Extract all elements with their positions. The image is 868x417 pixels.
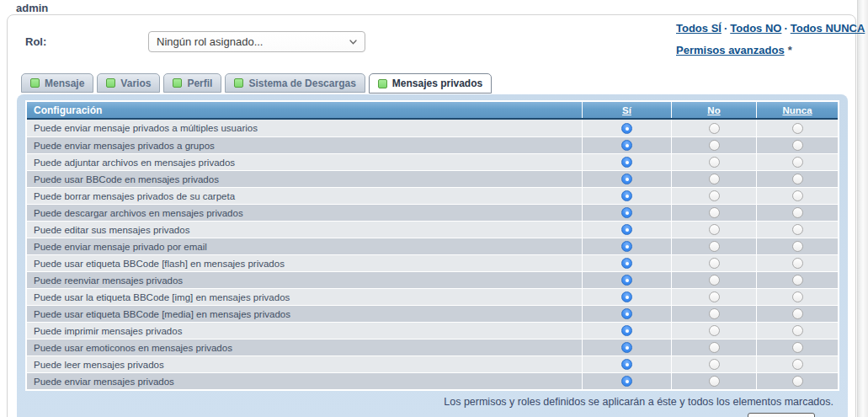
permission-label: Puede enviar mensaje privados a múltiple… (27, 120, 582, 136)
radio-cell-no (671, 222, 756, 238)
radio-never[interactable] (792, 157, 803, 168)
radio-cell-never (756, 188, 838, 204)
radio-never[interactable] (792, 376, 803, 387)
advanced-permissions-link[interactable]: Permisos avanzados (676, 44, 785, 56)
radio-yes[interactable] (621, 174, 632, 184)
radio-never[interactable] (792, 258, 803, 269)
radio-yes[interactable] (621, 258, 632, 269)
radio-yes[interactable] (621, 123, 632, 134)
radio-yes[interactable] (621, 190, 632, 201)
radio-cell-no (671, 272, 756, 288)
radio-no[interactable] (709, 140, 720, 151)
radio-never[interactable] (792, 359, 803, 370)
permission-label: Puede leer mensajes privados (27, 356, 582, 372)
radio-cell-yes (582, 306, 671, 322)
tab-mensaje[interactable]: Mensaje (21, 73, 93, 93)
column-never-link[interactable]: Nunca (782, 105, 812, 115)
radio-no[interactable] (709, 157, 720, 168)
radio-cell-no (671, 356, 756, 372)
radio-never[interactable] (792, 207, 803, 218)
radio-never[interactable] (792, 241, 803, 252)
radio-never[interactable] (792, 123, 803, 134)
permission-label: Puede usar la etiqueta BBCode [img] en m… (27, 289, 582, 305)
radio-never[interactable] (792, 291, 803, 302)
radio-yes[interactable] (621, 308, 632, 319)
radio-no[interactable] (709, 308, 720, 319)
radio-cell-never (756, 137, 838, 153)
radio-yes[interactable] (621, 140, 632, 151)
radio-no[interactable] (709, 241, 720, 252)
column-header-no: No (671, 102, 756, 118)
radio-cell-yes (582, 154, 671, 170)
radio-cell-never (756, 339, 838, 356)
permission-label: Puede borrar mensajes privados de su car… (27, 188, 582, 204)
radio-cell-never (756, 238, 838, 254)
permission-row: Puede borrar mensajes privados de su car… (27, 187, 838, 204)
permission-row: Puede usar la etiqueta BBCode [img] en m… (27, 288, 838, 305)
permission-label: Puede reenviar mensajes privados (27, 272, 582, 288)
permission-label: Puede editar sus mensajes privados (27, 222, 582, 238)
radio-no[interactable] (709, 224, 720, 235)
role-select[interactable]: Ningún rol asignado... (148, 31, 365, 52)
radio-no[interactable] (709, 376, 720, 387)
column-no-link[interactable]: No (707, 105, 720, 115)
page-edge (857, 0, 868, 417)
radio-no[interactable] (709, 291, 720, 302)
radio-yes[interactable] (621, 157, 632, 168)
radio-yes[interactable] (621, 241, 632, 252)
permission-row: Puede editar sus mensajes privados (27, 221, 838, 238)
radio-cell-no (671, 188, 756, 204)
radio-no[interactable] (709, 174, 720, 184)
radio-yes[interactable] (621, 325, 632, 336)
tab-sistema-de-descargas[interactable]: Sistema de Descargas (225, 73, 365, 93)
radio-never[interactable] (792, 190, 803, 201)
table-header-row: Configuración Sí No Nunca (27, 102, 838, 120)
radio-never[interactable] (792, 174, 803, 184)
tab-label: Varios (120, 78, 151, 89)
permission-row: Puede leer mensajes privados (27, 356, 838, 372)
radio-no[interactable] (709, 275, 720, 286)
permission-label: Puede enviar mensajes privados a grupos (27, 137, 582, 153)
all-no-link[interactable]: Todos NO (730, 22, 781, 35)
radio-no[interactable] (709, 325, 720, 336)
radio-cell-yes (582, 137, 671, 153)
radio-yes[interactable] (621, 275, 632, 286)
column-yes-link[interactable]: Sí (622, 105, 631, 115)
all-yes-link[interactable]: Todos SÍ (676, 22, 722, 35)
radio-no[interactable] (709, 207, 720, 218)
all-never-link[interactable]: Todos NUNCA (791, 22, 865, 35)
radio-cell-no (671, 120, 756, 136)
radio-never[interactable] (792, 342, 803, 353)
radio-no[interactable] (709, 359, 720, 370)
radio-yes[interactable] (621, 224, 632, 235)
radio-never[interactable] (792, 140, 803, 151)
radio-no[interactable] (709, 258, 720, 269)
radio-cell-no (671, 171, 756, 187)
tab-varios[interactable]: Varios (97, 73, 160, 93)
radio-never[interactable] (792, 325, 803, 336)
radio-no[interactable] (709, 342, 720, 353)
radio-yes[interactable] (621, 291, 632, 302)
radio-yes[interactable] (621, 207, 632, 218)
radio-cell-yes (582, 323, 671, 339)
radio-never[interactable] (792, 275, 803, 286)
radio-yes[interactable] (621, 342, 632, 353)
tab-mensajes-privados[interactable]: Mensajes privados (369, 73, 492, 94)
submit-button-partial[interactable] (748, 413, 815, 417)
tab-bar: MensajeVariosPerfilSistema de DescargasM… (21, 73, 492, 94)
radio-no[interactable] (709, 123, 720, 134)
radio-yes[interactable] (621, 359, 632, 370)
table-body: Puede enviar mensaje privados a múltiple… (27, 120, 838, 389)
radio-never[interactable] (792, 308, 803, 319)
permission-label: Puede usar etiqueta BBCode [flash] en me… (27, 255, 582, 271)
radio-never[interactable] (792, 224, 803, 235)
link-separator: · (722, 22, 730, 35)
tab-perfil[interactable]: Perfil (163, 73, 221, 93)
radio-yes[interactable] (621, 376, 632, 387)
link-separator: · (781, 22, 790, 35)
tab-green-square-icon (106, 78, 115, 88)
tab-green-square-icon (378, 79, 387, 88)
column-header-config: Configuración (27, 102, 582, 118)
radio-no[interactable] (709, 190, 720, 201)
permission-row: Puede enviar mensajes privados a grupos (27, 136, 838, 153)
